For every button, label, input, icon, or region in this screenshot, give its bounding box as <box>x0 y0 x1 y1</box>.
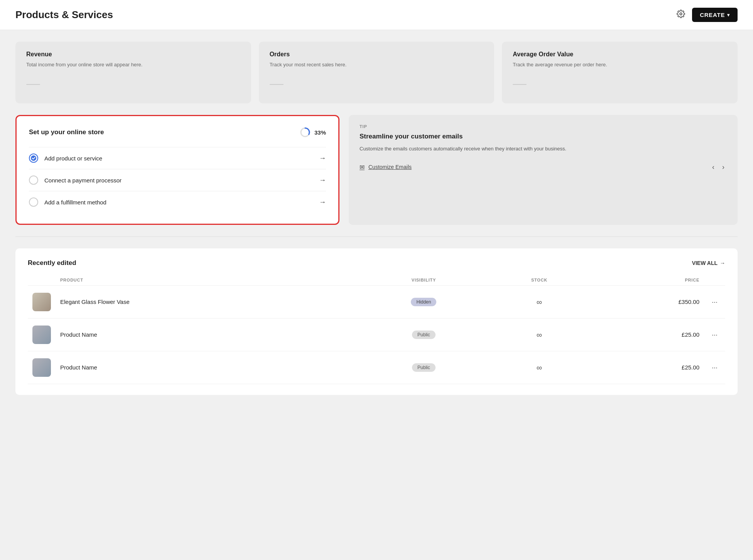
product-stock-cell: ∞ <box>490 286 588 319</box>
section-divider <box>15 236 738 237</box>
stat-line-avg-order <box>513 84 527 85</box>
product-name: Product Name <box>60 364 97 371</box>
stat-title-revenue: Revenue <box>26 51 240 58</box>
price-value: £25.00 <box>682 331 699 338</box>
stock-value: ∞ <box>495 298 584 307</box>
product-actions-cell: ··· <box>704 351 725 384</box>
product-thumbnail <box>28 286 56 319</box>
stat-title-orders: Orders <box>270 51 484 58</box>
stat-card-orders: Orders Track your most recent sales here… <box>259 42 495 103</box>
two-col-section: Set up your online store 33% <box>15 115 738 225</box>
more-options-button[interactable]: ··· <box>709 297 721 307</box>
tip-prev-button[interactable]: ‹ <box>710 162 717 172</box>
tip-next-button[interactable]: › <box>720 162 727 172</box>
tip-label: TIP <box>360 124 727 129</box>
progress-percent: 33% <box>314 129 326 136</box>
setup-item-label-0: Add product or service <box>44 155 102 162</box>
setup-progress: 33% <box>300 127 326 138</box>
setup-header: Set up your online store 33% <box>29 127 326 138</box>
tip-action-row: ✉ Customize Emails ‹ › <box>360 162 727 172</box>
stat-card-revenue: Revenue Total income from your online st… <box>15 42 251 103</box>
visibility-badge: Hidden <box>411 298 436 306</box>
chevron-down-icon: ▾ <box>727 12 730 18</box>
col-visibility-header: VISIBILITY <box>357 275 490 286</box>
arrow-right-icon-1: → <box>319 176 326 184</box>
product-image <box>32 358 51 377</box>
setup-item-add-product[interactable]: Add product or service → <box>29 147 326 169</box>
col-price-header: PRICE <box>588 275 704 286</box>
check-circle-done <box>29 153 38 163</box>
product-price-cell: £350.00 <box>588 286 704 319</box>
product-visibility-cell: Hidden <box>357 286 490 319</box>
product-image <box>32 326 51 344</box>
table-row: Product NamePublic∞£25.00··· <box>28 351 725 384</box>
create-button[interactable]: CREATE ▾ <box>692 8 738 22</box>
tip-description: Customize the emails customers automatic… <box>360 145 727 153</box>
arrow-right-icon-2: → <box>319 198 326 206</box>
recently-title: Recently edited <box>28 259 76 267</box>
col-thumb <box>28 275 56 286</box>
setup-item-label-1: Connect a payment processor <box>44 177 122 184</box>
product-thumbnail <box>28 351 56 384</box>
stat-line-orders <box>270 84 284 85</box>
product-name-cell: Product Name <box>56 351 357 384</box>
visibility-badge: Public <box>412 363 436 372</box>
recently-edited-section: Recently edited VIEW ALL → PRODUCT VISIB… <box>15 248 738 395</box>
product-price-cell: £25.00 <box>588 319 704 351</box>
main-content: Revenue Total income from your online st… <box>0 30 753 407</box>
col-stock-header: STOCK <box>490 275 588 286</box>
stat-desc-revenue: Total income from your online store will… <box>26 61 240 69</box>
page-title: Products & Services <box>15 9 113 21</box>
table-row: Product NamePublic∞£25.00··· <box>28 319 725 351</box>
check-circle-empty-2 <box>29 197 38 207</box>
stat-desc-avg-order: Track the average revenue per order here… <box>513 61 727 69</box>
product-table: PRODUCT VISIBILITY STOCK PRICE Elegant G… <box>28 275 725 384</box>
col-actions-header <box>704 275 725 286</box>
arrow-right-icon-viewall: → <box>720 260 725 266</box>
setup-item-label-2: Add a fulfillment method <box>44 199 106 206</box>
product-name-cell: Elegant Glass Flower Vase <box>56 286 357 319</box>
setup-item-payment[interactable]: Connect a payment processor → <box>29 169 326 191</box>
tip-navigation: ‹ › <box>710 162 727 172</box>
table-row: Elegant Glass Flower VaseHidden∞£350.00·… <box>28 286 725 319</box>
svg-point-0 <box>680 13 682 15</box>
customize-emails-link[interactable]: ✉ Customize Emails <box>360 164 412 171</box>
product-thumbnail <box>28 319 56 351</box>
product-stock-cell: ∞ <box>490 319 588 351</box>
settings-button[interactable] <box>675 8 687 22</box>
col-product-header: PRODUCT <box>56 275 357 286</box>
more-options-button[interactable]: ··· <box>709 363 721 373</box>
setup-item-fulfillment[interactable]: Add a fulfillment method → <box>29 191 326 213</box>
stat-title-avg-order: Average Order Value <box>513 51 727 58</box>
tip-link-label: Customize Emails <box>368 164 412 170</box>
check-circle-empty-1 <box>29 175 38 185</box>
setup-card: Set up your online store 33% <box>15 115 339 225</box>
product-stock-cell: ∞ <box>490 351 588 384</box>
stat-desc-orders: Track your most recent sales here. <box>270 61 484 69</box>
arrow-right-icon-0: → <box>319 154 326 162</box>
product-visibility-cell: Public <box>357 351 490 384</box>
svg-point-3 <box>31 155 36 161</box>
price-value: £25.00 <box>682 364 699 371</box>
tip-card: TIP Streamline your customer emails Cust… <box>349 115 738 225</box>
product-actions-cell: ··· <box>704 286 725 319</box>
product-visibility-cell: Public <box>357 319 490 351</box>
stat-card-avg-order: Average Order Value Track the average re… <box>502 42 738 103</box>
product-name: Product Name <box>60 331 97 338</box>
tip-title: Streamline your customer emails <box>360 133 727 140</box>
visibility-badge: Public <box>412 331 436 339</box>
product-name: Elegant Glass Flower Vase <box>60 299 130 305</box>
product-name-cell: Product Name <box>56 319 357 351</box>
stats-row: Revenue Total income from your online st… <box>15 42 738 103</box>
table-header-row: PRODUCT VISIBILITY STOCK PRICE <box>28 275 725 286</box>
more-options-button[interactable]: ··· <box>709 330 721 340</box>
stock-value: ∞ <box>495 331 584 339</box>
product-price-cell: £25.00 <box>588 351 704 384</box>
page-header: Products & Services CREATE ▾ <box>0 0 753 30</box>
price-value: £350.00 <box>679 299 699 305</box>
mail-icon: ✉ <box>360 164 365 171</box>
stock-value: ∞ <box>495 363 584 372</box>
product-image <box>32 293 51 311</box>
progress-circle-icon <box>300 127 311 138</box>
view-all-link[interactable]: VIEW ALL → <box>692 260 725 266</box>
